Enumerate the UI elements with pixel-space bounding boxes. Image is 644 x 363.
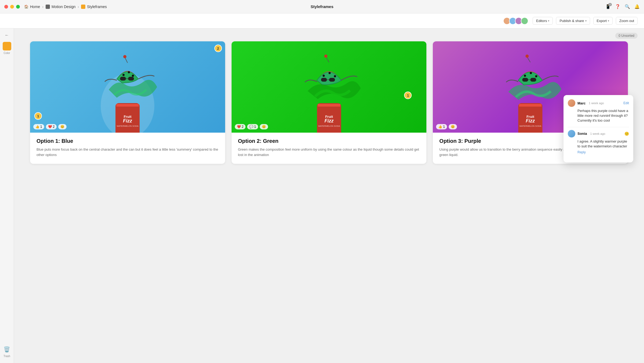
- breadcrumb-motion-design[interactable]: Motion Design: [46, 5, 76, 9]
- sidebar: ← Color 🗑️ Trash: [0, 28, 14, 363]
- svg-point-39: [526, 55, 529, 58]
- editor-avatars: [503, 17, 528, 25]
- comment-author-marc: Marc: [577, 101, 586, 105]
- editors-button[interactable]: Editors ▾: [533, 17, 553, 25]
- comment-badge-blue-bottom[interactable]: 1: [34, 112, 42, 120]
- avatar-sonia: [568, 130, 575, 137]
- svg-point-13: [123, 55, 126, 58]
- zoom-out-button[interactable]: Zoom out: [616, 17, 638, 25]
- device-icon[interactable]: 📱0: [605, 4, 611, 9]
- traffic-lights: [4, 5, 20, 9]
- chevron-down-icon: ▾: [608, 19, 609, 22]
- card-blue-title: Option 1: Blue: [36, 138, 219, 144]
- reaction-smile[interactable]: 😊: [58, 124, 67, 129]
- svg-point-34: [535, 75, 537, 77]
- svg-point-21: [334, 75, 336, 77]
- svg-rect-10: [128, 77, 134, 81]
- svg-rect-28: [519, 104, 542, 107]
- svg-rect-36: [530, 78, 536, 82]
- comment-text-sonia: I agree. A slightly warmer purple to sui…: [568, 139, 629, 149]
- reaction-smile-purple[interactable]: 😊: [449, 124, 457, 129]
- comment-time-marc: 1 week ago: [589, 101, 604, 105]
- edit-button[interactable]: Edit: [623, 101, 629, 105]
- sidebar-trash[interactable]: 🗑️ Trash: [3, 346, 10, 358]
- card-blue-description: Blue puts more focus back on the central…: [36, 147, 219, 157]
- svg-text:Fizz: Fizz: [123, 118, 132, 124]
- svg-point-19: [323, 75, 325, 77]
- svg-text:WATERMELON SODA: WATERMELON SODA: [519, 125, 541, 127]
- avatar-marc: [568, 99, 575, 107]
- reaction-bar-green: ❤️ 2 💬 1 😊: [235, 124, 268, 129]
- comment-divider: [568, 127, 629, 127]
- reaction-bar-purple: 👍 1 😊: [436, 124, 457, 129]
- comment-text-marc: Perhaps this purple could have a little …: [568, 108, 629, 123]
- breadcrumb-styleframes[interactable]: Styleframes: [81, 5, 107, 9]
- comment-popup: Marc 1 week ago Edit Perhaps this purple…: [564, 95, 633, 162]
- emoji-reaction-button[interactable]: 🙂: [624, 132, 629, 136]
- comment-marc-header: Marc 1 week ago Edit: [568, 99, 629, 107]
- card-green: Fruit Fizz WATERMELON SODA: [232, 41, 427, 164]
- comment-marc: Marc 1 week ago Edit Perhaps this purple…: [568, 99, 629, 123]
- svg-rect-35: [522, 78, 528, 82]
- reaction-comment-green[interactable]: 💬 1: [247, 124, 258, 129]
- comment-sonia-header: Sonia 1 week ago 🙂: [568, 130, 629, 137]
- help-icon[interactable]: ❓: [615, 4, 620, 9]
- color-folder-icon: [3, 42, 11, 50]
- watermelon-illustration-blue: Fruit Fizz WATERMELON SODA: [30, 41, 225, 133]
- svg-rect-23: [329, 78, 335, 82]
- card-purple: Fruit Fizz WATERMELON SODA: [433, 41, 628, 164]
- svg-text:Fizz: Fizz: [526, 118, 535, 124]
- back-button[interactable]: ←: [5, 33, 9, 38]
- comment-sonia: Sonia 1 week ago 🙂 I agree. A slightly w…: [568, 130, 629, 154]
- publish-share-button[interactable]: Publish & share ▾: [556, 17, 590, 25]
- svg-text:WATERMELON SODA: WATERMELON SODA: [318, 125, 340, 127]
- close-button[interactable]: [4, 5, 8, 9]
- reply-button[interactable]: Reply: [568, 150, 586, 154]
- search-icon[interactable]: 🔍: [625, 4, 630, 9]
- reaction-thumbsup-purple[interactable]: 👍 1: [436, 124, 447, 129]
- card-green-title: Option 2: Green: [238, 138, 420, 144]
- chevron-down-icon: ▾: [548, 19, 549, 22]
- maximize-button[interactable]: [16, 5, 20, 9]
- comment-badge-blue-top[interactable]: 2: [214, 45, 222, 52]
- svg-point-32: [524, 75, 526, 77]
- svg-text:WATERMELON SODA: WATERMELON SODA: [117, 125, 139, 127]
- export-button[interactable]: Export ▾: [593, 17, 613, 25]
- svg-rect-22: [321, 78, 327, 82]
- sidebar-item-color[interactable]: Color: [3, 42, 11, 55]
- card-blue-body: Option 1: Blue Blue puts more focus back…: [30, 133, 225, 164]
- cards-grid: Fruit Fizz WATERMELON SODA: [30, 41, 628, 164]
- trash-label: Trash: [3, 355, 10, 358]
- avatar-4: [521, 17, 528, 25]
- breadcrumb-motion-design-label: Motion Design: [52, 5, 76, 9]
- svg-point-20: [328, 72, 331, 74]
- svg-point-8: [132, 75, 134, 77]
- reaction-heart-green[interactable]: ❤️ 2: [235, 124, 246, 129]
- breadcrumb-home-label: Home: [30, 5, 40, 9]
- svg-rect-15: [318, 104, 340, 107]
- reaction-heart[interactable]: ❤️ 2: [46, 124, 57, 129]
- card-blue: Fruit Fizz WATERMELON SODA: [30, 41, 225, 164]
- svg-rect-2: [116, 104, 139, 107]
- titlebar: 🏠 Home › Motion Design › Styleframes Sty…: [0, 0, 644, 13]
- svg-point-33: [530, 72, 532, 74]
- notifications-icon[interactable]: 🔔: [634, 4, 640, 9]
- minimize-button[interactable]: [10, 5, 14, 9]
- breadcrumb-home[interactable]: 🏠 Home: [24, 5, 40, 9]
- breadcrumb: 🏠 Home › Motion Design › Styleframes: [24, 5, 107, 9]
- card-green-description: Green makes the composition feel more un…: [238, 147, 420, 157]
- svg-point-7: [128, 71, 130, 73]
- reaction-thumbsup[interactable]: 👍 1: [33, 124, 44, 129]
- unsorted-badge: 0 Unsorted: [615, 33, 638, 39]
- trash-icon: 🗑️: [3, 346, 10, 353]
- svg-line-12: [125, 57, 127, 63]
- card-blue-image: Fruit Fizz WATERMELON SODA: [30, 41, 225, 133]
- reaction-smile-green[interactable]: 😊: [260, 124, 268, 129]
- reaction-bar-blue: 👍 1 ❤️ 2 😊: [33, 124, 67, 129]
- device-badge: 0: [608, 3, 612, 6]
- card-green-body: Option 2: Green Green makes the composit…: [232, 133, 427, 164]
- page-title: Styleframes: [310, 4, 333, 9]
- comment-author-sonia: Sonia: [577, 132, 587, 136]
- svg-line-25: [326, 57, 329, 62]
- svg-point-26: [324, 55, 327, 58]
